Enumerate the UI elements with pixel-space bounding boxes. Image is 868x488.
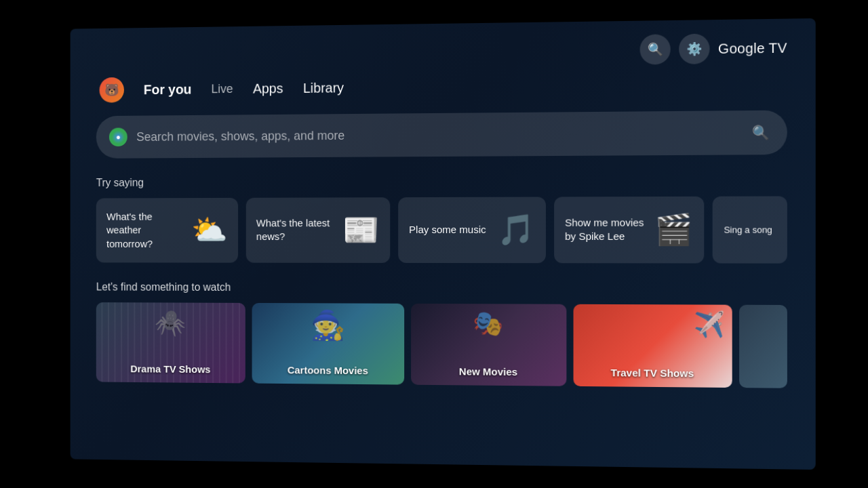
- avatar[interactable]: 🐻: [100, 77, 124, 103]
- suggestion-spike-lee[interactable]: Show me movies by Spike Lee 🎬: [554, 197, 705, 263]
- travel-label: Travel TV Shows: [573, 366, 732, 379]
- top-bar: 🔍 ⚙️ Google TV: [96, 33, 787, 71]
- suggestion-news[interactable]: What's the latest news? 📰: [245, 197, 390, 262]
- new-movies-label: New Movies: [411, 365, 566, 378]
- search-button[interactable]: 🔍: [640, 34, 671, 64]
- avatar-icon: 🐻: [104, 83, 119, 98]
- suggestion-news-text: What's the latest news?: [256, 216, 334, 243]
- tv-screen: 🔍 ⚙️ Google TV 🐻 For you Live Apps Libra…: [71, 18, 816, 470]
- cartoons-deco-icon: 🧙: [311, 308, 345, 342]
- weather-icon: ⛅: [191, 213, 227, 247]
- suggestion-sing[interactable]: Sing a song: [713, 196, 787, 263]
- try-saying-section: Try saying What's the weather tomorrow? …: [96, 174, 787, 264]
- director-chair-icon: 🎬: [654, 212, 693, 248]
- cartoons-label: Cartoons Movies: [252, 364, 403, 377]
- nav-item-apps[interactable]: Apps: [253, 78, 283, 99]
- search-submit-icon[interactable]: 🔍: [748, 120, 773, 145]
- suggestion-weather-text: What's the weather tomorrow?: [106, 210, 183, 251]
- search-icon: 🔍: [648, 42, 663, 58]
- nav-item-live[interactable]: Live: [212, 79, 233, 99]
- news-icon: 📰: [342, 213, 379, 248]
- music-icon: 🎵: [497, 212, 535, 247]
- search-bar[interactable]: ● Search movies, shows, apps, and more 🔍: [96, 110, 787, 159]
- suggestion-weather[interactable]: What's the weather tomorrow? ⛅: [96, 198, 238, 263]
- category-cartoons[interactable]: 🧙 Cartoons Movies: [252, 303, 403, 385]
- navigation: 🐻 For you Live Apps Library: [96, 70, 787, 102]
- category-travel[interactable]: ✈️ Travel TV Shows: [573, 304, 732, 388]
- nav-item-foryou[interactable]: For you: [144, 79, 192, 100]
- suggestion-music-text: Play some music: [409, 223, 489, 237]
- suggestion-sing-text: Sing a song: [724, 224, 776, 236]
- try-saying-title: Try saying: [96, 174, 787, 189]
- category-new-movies[interactable]: 🎭 New Movies: [411, 304, 566, 386]
- drama-deco-icon: 🕷️: [155, 308, 186, 337]
- settings-button[interactable]: ⚙️: [679, 34, 709, 64]
- find-section: Let's find something to watch 🕷️ Drama T…: [96, 281, 787, 388]
- nav-item-library[interactable]: Library: [303, 77, 344, 98]
- suggestion-music[interactable]: Play some music 🎵: [398, 197, 545, 263]
- brand-label: Google TV: [718, 40, 787, 57]
- settings-icon: ⚙️: [687, 41, 703, 57]
- search-placeholder: Search movies, shows, apps, and more: [136, 125, 738, 144]
- find-section-title: Let's find something to watch: [96, 281, 787, 296]
- suggestion-spike-lee-text: Show me movies by Spike Lee: [565, 216, 646, 244]
- suggestion-cards: What's the weather tomorrow? ⛅ What's th…: [96, 196, 787, 263]
- drama-label: Drama TV Shows: [96, 363, 245, 375]
- category-drama[interactable]: 🕷️ Drama TV Shows: [96, 302, 245, 383]
- category-extra: [739, 304, 787, 388]
- travel-deco-icon: ✈️: [693, 310, 725, 339]
- mic-icon: ●: [109, 127, 127, 146]
- new-movies-deco-icon: 🎭: [473, 309, 503, 338]
- category-cards: 🕷️ Drama TV Shows 🧙 Cartoons Movies 🎭 Ne…: [96, 302, 787, 388]
